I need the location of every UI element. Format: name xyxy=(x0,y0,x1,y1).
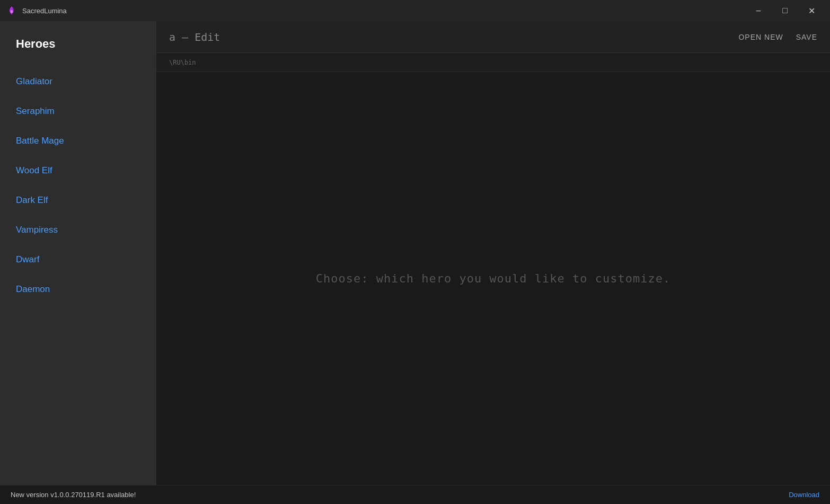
sidebar-item-vampiress[interactable]: Vampiress xyxy=(0,215,156,245)
sidebar-item-daemon[interactable]: Daemon xyxy=(0,275,156,304)
app-logo-icon xyxy=(6,5,17,16)
app-title: SacredLumina xyxy=(22,7,746,15)
header-actions: OPEN NEW SAVE xyxy=(738,30,817,45)
main-area: a – Edit OPEN NEW SAVE \RU\bin Choose: w… xyxy=(156,21,830,485)
sidebar-item-seraphim[interactable]: Seraphim xyxy=(0,96,156,126)
sidebar-heading: Heroes xyxy=(0,32,156,67)
main-header: a – Edit OPEN NEW SAVE xyxy=(156,21,830,53)
sidebar-item-dwarf[interactable]: Dwarf xyxy=(0,245,156,275)
close-button[interactable]: ✕ xyxy=(799,0,824,21)
content-area: Choose: which hero you would like to cus… xyxy=(156,72,830,485)
sidebar: Heroes Gladiator Seraphim Battle Mage Wo… xyxy=(0,21,156,485)
main-header-title: a – Edit xyxy=(169,31,738,43)
svg-point-0 xyxy=(11,10,13,13)
maximize-button[interactable]: □ xyxy=(773,0,797,21)
sidebar-item-dark-elf[interactable]: Dark Elf xyxy=(0,185,156,215)
app-content: Heroes Gladiator Seraphim Battle Mage Wo… xyxy=(0,21,830,485)
download-button[interactable]: Download xyxy=(789,491,819,499)
status-message: New version v1.0.0.270119.R1 available! xyxy=(11,491,789,499)
window-controls: – □ ✕ xyxy=(746,0,824,21)
minimize-button[interactable]: – xyxy=(746,0,771,21)
status-bar: New version v1.0.0.270119.R1 available! … xyxy=(0,485,830,504)
sidebar-item-battle-mage[interactable]: Battle Mage xyxy=(0,126,156,156)
path-bar: \RU\bin xyxy=(156,53,830,72)
sidebar-nav: Gladiator Seraphim Battle Mage Wood Elf … xyxy=(0,67,156,304)
open-new-button[interactable]: OPEN NEW xyxy=(738,30,783,45)
path-text: \RU\bin xyxy=(169,59,196,66)
sidebar-item-wood-elf[interactable]: Wood Elf xyxy=(0,156,156,185)
placeholder-message: Choose: which hero you would like to cus… xyxy=(316,272,671,285)
save-button[interactable]: SAVE xyxy=(796,30,817,45)
sidebar-item-gladiator[interactable]: Gladiator xyxy=(0,67,156,96)
title-bar: SacredLumina – □ ✕ xyxy=(0,0,830,21)
